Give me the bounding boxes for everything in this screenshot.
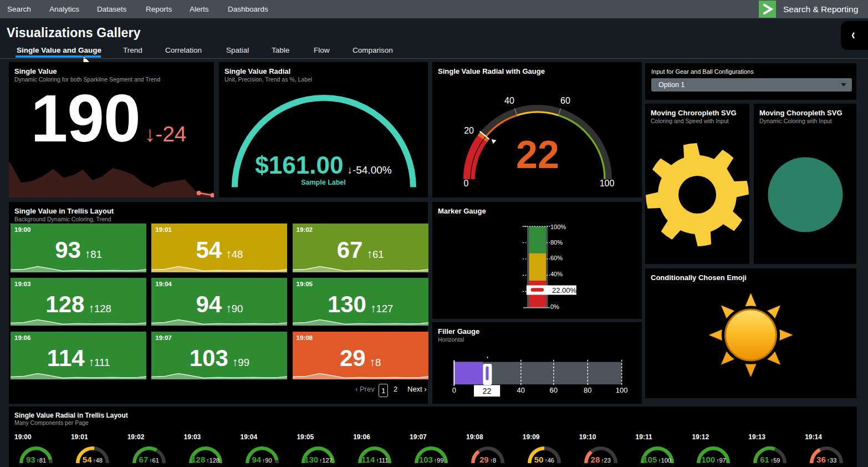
svg-text:22: 22 bbox=[516, 133, 559, 176]
svg-text:100: 100 bbox=[600, 179, 615, 188]
svg-text:80: 80 bbox=[584, 386, 591, 394]
svg-text:20: 20 bbox=[464, 126, 474, 135]
svg-text:60: 60 bbox=[560, 96, 570, 105]
svg-text:60%: 60% bbox=[550, 255, 563, 261]
svg-text:100: 100 bbox=[616, 386, 628, 394]
svg-text:22: 22 bbox=[483, 387, 492, 395]
svg-text:22.00%: 22.00% bbox=[552, 286, 577, 295]
svg-text:40: 40 bbox=[504, 96, 514, 105]
svg-text:60: 60 bbox=[550, 386, 558, 394]
svg-text:0: 0 bbox=[452, 386, 456, 394]
svg-text:100%: 100% bbox=[550, 224, 566, 230]
svg-text:40%: 40% bbox=[550, 271, 563, 277]
svg-text:0: 0 bbox=[464, 179, 469, 188]
svg-text:40: 40 bbox=[517, 386, 525, 394]
svg-text:80%: 80% bbox=[550, 239, 563, 246]
svg-text:0%: 0% bbox=[550, 303, 559, 310]
